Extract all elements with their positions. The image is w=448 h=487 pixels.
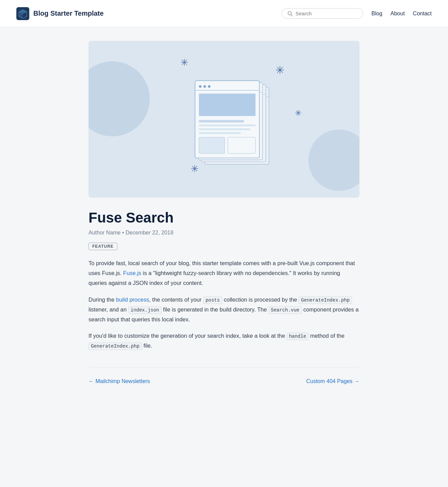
prev-post-link[interactable]: ← Mailchimp Newsletters: [89, 378, 150, 384]
hero-circle-left: [89, 61, 150, 136]
cube-icon: [16, 7, 29, 20]
svg-rect-27: [199, 93, 255, 116]
nav-link-contact[interactable]: Contact: [413, 11, 432, 17]
indexjson-code: index.json: [128, 306, 162, 314]
build-process-link[interactable]: build process: [116, 296, 149, 303]
nav-right: Blog About Contact: [282, 8, 432, 19]
search-box[interactable]: [282, 8, 363, 19]
svg-rect-28: [199, 120, 244, 123]
paragraph-3: If you'd like to customize the generatio…: [89, 331, 359, 351]
paragraph-1: To provide fast, local search of your bl…: [89, 258, 359, 288]
asterisk-midright: ✳: [295, 109, 302, 117]
svg-point-25: [208, 85, 211, 88]
nav-link-blog[interactable]: Blog: [371, 11, 382, 17]
next-post-link[interactable]: Custom 404 Pages →: [306, 378, 359, 384]
main-nav: Blog About Contact: [371, 11, 432, 17]
post-content: To provide fast, local search of your bl…: [89, 258, 359, 351]
generateindex-code: GenerateIndex.php: [299, 296, 352, 304]
paragraph-2: During the build process, the contents o…: [89, 295, 359, 324]
hero-circle-right: [308, 130, 359, 191]
post-meta: Author Name • December 22, 2018: [89, 230, 359, 236]
search-icon: [287, 11, 293, 16]
handle-code: handle: [287, 333, 308, 340]
svg-rect-31: [199, 132, 241, 134]
hero-image: ✳ ✳ ✳ ✳: [89, 41, 359, 198]
post-meta-separator: •: [122, 230, 126, 235]
posts-code: posts: [203, 296, 222, 304]
post-navigation: ← Mailchimp Newsletters Custom 404 Pages…: [89, 378, 359, 384]
svg-line-6: [291, 15, 292, 16]
svg-point-23: [199, 85, 202, 88]
generateindex2-code: GenerateIndex.php: [89, 343, 142, 350]
search-input[interactable]: [295, 11, 357, 16]
post-title: Fuse Search: [89, 210, 359, 226]
post-date: December 22, 2018: [126, 230, 174, 235]
fusejs-link[interactable]: Fuse.js: [123, 270, 141, 276]
svg-rect-33: [228, 137, 255, 153]
svg-point-24: [204, 85, 206, 88]
site-logo[interactable]: Blog Starter Template: [16, 7, 103, 20]
svg-rect-29: [199, 124, 255, 126]
site-title: Blog Starter Template: [33, 10, 103, 17]
nav-link-about[interactable]: About: [390, 11, 405, 17]
searchvue-code: Search.vue: [269, 306, 302, 314]
svg-rect-30: [199, 128, 250, 130]
browser-stack-illustration: [166, 61, 282, 177]
post-tag: FEATURE: [89, 243, 117, 250]
post-author: Author Name: [89, 230, 121, 235]
svg-rect-32: [199, 137, 225, 153]
content-divider: [89, 367, 359, 367]
